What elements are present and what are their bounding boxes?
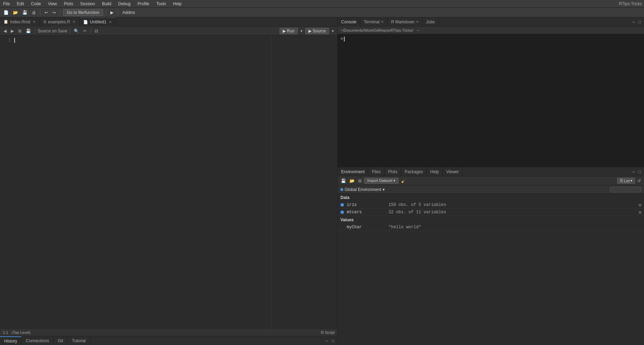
btab-history[interactable]: History (0, 336, 22, 345)
addins-btn[interactable]: Addins (121, 9, 136, 16)
btab-connections[interactable]: Connections (22, 336, 54, 345)
ctab-rmarkdown-label: R Markdown (391, 20, 414, 24)
menu-help[interactable]: Help (172, 1, 183, 6)
console-path-link[interactable]: → (415, 28, 421, 33)
global-env-dropdown-icon[interactable]: ▾ (383, 187, 385, 192)
menu-code[interactable]: Code (30, 1, 42, 6)
line-1: 1 (1, 38, 11, 43)
etab-files[interactable]: Files (368, 167, 384, 176)
code-content[interactable] (12, 36, 337, 328)
etab-viewer[interactable]: Viewer (443, 167, 463, 176)
ctab-terminal[interactable]: Terminal ✕ (360, 17, 387, 26)
env-tab-bar: Environment Files Plots Packages Help Vi… (338, 167, 644, 176)
ed-sep-3 (91, 28, 91, 34)
list-view-btn[interactable]: ☰ List ▾ (617, 178, 635, 184)
forward-btn[interactable]: ▶ (9, 28, 15, 34)
btab-tutorial[interactable]: Tutorial (68, 336, 90, 345)
ctab-rmarkdown[interactable]: R Markdown ✕ (387, 17, 422, 26)
iris-table-icon[interactable]: ⊟ (639, 203, 641, 207)
menu-file[interactable]: File (2, 1, 11, 6)
env-maximize-btn[interactable]: □ (637, 169, 642, 175)
env-row-mychar[interactable]: myChar "hello world" (338, 224, 644, 231)
mychar-name: myChar (347, 225, 388, 230)
btab-git[interactable]: Git (54, 336, 68, 345)
iris-name: iris (347, 202, 388, 207)
etab-packages-label: Packages (405, 169, 423, 174)
data-section-header: Data (338, 194, 644, 201)
btab-tutorial-label: Tutorial (72, 338, 86, 343)
mtcars-table-icon[interactable]: ⊟ (639, 210, 641, 215)
run-all-btn[interactable]: ▶ (109, 9, 115, 16)
env-save-btn[interactable]: 💾 (340, 178, 347, 184)
env-row-iris[interactable]: iris 150 obs. of 5 variables ⊟ (338, 201, 644, 209)
toolbar-sep-4 (118, 9, 118, 16)
source-dropdown-btn[interactable]: ▾ (330, 28, 335, 34)
go-to-file-btn[interactable]: Go to file/function (63, 9, 103, 16)
menu-plots[interactable]: Plots (63, 1, 74, 6)
import-dataset-label: Import Dataset (367, 178, 392, 183)
menu-session[interactable]: Session (79, 1, 96, 6)
env-row-mtcars[interactable]: mtcars 32 obs. of 11 variables ⊟ (338, 209, 644, 216)
env-open-btn[interactable]: 📂 (348, 178, 356, 184)
menu-profile[interactable]: Profile (136, 1, 150, 6)
menu-tools[interactable]: Tools (155, 1, 167, 6)
run-dropdown-btn[interactable]: ▾ (299, 28, 304, 34)
console-maximize-btn[interactable]: □ (637, 19, 642, 25)
env-broom-btn[interactable]: 🧹 (400, 178, 407, 184)
menu-debug[interactable]: Debug (117, 1, 132, 6)
script-type: R Script (321, 330, 335, 335)
new-file-btn[interactable]: 📄 (2, 9, 10, 16)
run-btn[interactable]: ▶ Run (280, 28, 298, 34)
bottom-tab-bar: History Connections Git Tutorial ─ □ (0, 336, 337, 345)
ctab-rmarkdown-close[interactable]: ✕ (416, 20, 419, 24)
env-search-input[interactable] (610, 187, 641, 192)
main-layout: 📋 Index.Rmd ✕ R examples.R ✕ 📄 Untitled1… (0, 17, 644, 345)
save-file-btn[interactable]: 💾 (24, 28, 32, 34)
menu-edit[interactable]: Edit (16, 1, 25, 6)
open-btn[interactable]: 📂 (11, 9, 19, 16)
list-label: List (624, 179, 630, 183)
find-btn[interactable]: 🔍 (72, 28, 80, 34)
etab-files-label: Files (372, 169, 380, 174)
editor-status-bar: 1:1 (Top Level) R Script (0, 328, 337, 336)
console-minimize-btn[interactable]: ─ (631, 19, 636, 25)
undo-btn[interactable]: ↩ (43, 9, 49, 16)
import-dropdown-icon: ▾ (393, 178, 395, 183)
env-grid-btn[interactable]: ⊞ (357, 178, 363, 184)
tab-examples-close[interactable]: ✕ (72, 20, 76, 24)
import-dataset-btn[interactable]: Import Dataset ▾ (364, 178, 399, 184)
compile-btn[interactable]: ⊟ (93, 28, 100, 34)
ctab-jobs[interactable]: Jobs (423, 17, 439, 26)
run-icon: ▶ (283, 29, 286, 33)
etab-help[interactable]: Help (427, 167, 443, 176)
tab-index-rmd-close[interactable]: ✕ (32, 20, 36, 24)
btab-minimize-btn[interactable]: ─ (324, 338, 329, 344)
ctab-terminal-close[interactable]: ✕ (381, 20, 384, 24)
menu-view[interactable]: View (47, 1, 58, 6)
tab-examples-r[interactable]: R examples.R ✕ (40, 17, 80, 26)
etab-plots[interactable]: Plots (385, 167, 401, 176)
iris-desc: 150 obs. of 5 variables (388, 202, 637, 207)
env-minimize-btn[interactable]: ─ (631, 169, 636, 175)
btab-maximize-btn[interactable]: □ (331, 338, 335, 344)
menu-build[interactable]: Build (101, 1, 112, 6)
source-btn[interactable]: ▶ Source (305, 28, 329, 34)
tab-index-rmd[interactable]: 📋 Index.Rmd ✕ (0, 17, 40, 26)
etab-packages[interactable]: Packages (401, 167, 427, 176)
mtcars-desc: 32 obs. of 11 variables (388, 210, 637, 215)
save-btn[interactable]: 💾 (21, 9, 29, 16)
etab-environment[interactable]: Environment (338, 167, 368, 176)
env-refresh-btn[interactable]: ↺ (636, 178, 642, 184)
env-tab-actions: ─ □ (631, 169, 644, 175)
source-on-save-label[interactable]: Source on Save (38, 29, 67, 33)
console-content[interactable]: > (338, 34, 644, 167)
tab-untitled1[interactable]: 📄 Untitled1 ✕ (80, 17, 116, 26)
back-btn[interactable]: ◀ (2, 28, 8, 34)
show-in-new-window-btn[interactable]: ⊞ (17, 28, 23, 34)
tab-untitled1-close[interactable]: ✕ (108, 20, 112, 24)
code-tools-btn[interactable]: ✂ (82, 28, 88, 34)
print-btn[interactable]: 🖨 (30, 9, 37, 16)
redo-btn[interactable]: ↪ (51, 9, 57, 16)
btab-history-label: History (4, 339, 17, 344)
ctab-console[interactable]: Console (338, 17, 360, 26)
